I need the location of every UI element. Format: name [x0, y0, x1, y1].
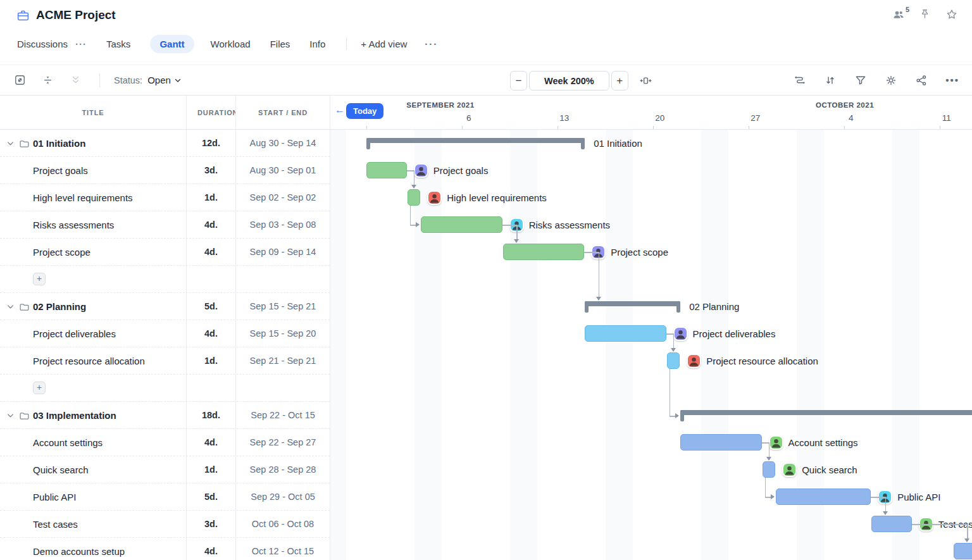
discussions-more-button[interactable]: ···	[75, 39, 87, 49]
chart-body: 01 InitiationProject goalsHigh level req…	[330, 130, 972, 560]
dependency-arrow-icon	[411, 185, 416, 189]
date-range: Aug 30 - Sep 01	[236, 157, 330, 184]
tabs-overflow-button[interactable]: ···	[425, 39, 438, 49]
dependencies-icon[interactable]	[794, 74, 806, 87]
table-row[interactable]: Quick search1d.Sep 28 - Sep 28	[0, 456, 330, 483]
column-header-duration[interactable]: DURATION	[187, 96, 236, 129]
table-row[interactable]: Project deliverables4d.Sep 15 - Sep 20	[0, 320, 330, 347]
assignee-avatar[interactable]	[782, 463, 797, 477]
more-actions-button[interactable]: •••	[945, 74, 959, 87]
task-title: Account settings	[33, 437, 103, 448]
add-view-button[interactable]: + Add view	[361, 39, 407, 49]
assignee-avatar[interactable]	[673, 327, 688, 341]
table-row[interactable]: Risks assessments4d.Sep 03 - Sep 08	[0, 211, 330, 239]
date-range: Sep 28 - Sep 28	[236, 456, 330, 483]
month-label: SEPTEMBER 2021	[406, 101, 474, 109]
zoom-in-button[interactable]: +	[611, 71, 628, 90]
gantt-bar[interactable]	[680, 434, 761, 451]
summary-bar[interactable]	[366, 138, 585, 143]
duration-value: 1d.	[187, 347, 236, 374]
gantt-bar[interactable]	[408, 189, 421, 206]
scroll-to-today-arrow[interactable]: ←	[335, 104, 345, 116]
tab-workload[interactable]: Workload	[211, 39, 251, 49]
table-row[interactable]: Test cases3d.Oct 06 - Oct 08	[0, 511, 330, 538]
table-row[interactable]: Project resource allocation1d.Sep 21 - S…	[0, 347, 330, 375]
title-cell: High level requirements	[0, 184, 187, 211]
fullscreen-icon[interactable]	[14, 74, 26, 86]
gantt-bar[interactable]	[954, 543, 972, 559]
task-label: High level requirements	[447, 192, 547, 203]
gantt-bar[interactable]	[503, 244, 584, 260]
today-button[interactable]: Today	[346, 103, 383, 119]
assignee-avatar[interactable]	[414, 163, 428, 178]
table-row[interactable]: Project goals3d.Aug 30 - Sep 01	[0, 157, 330, 184]
week-label: 6	[466, 113, 471, 123]
add-task-row[interactable]: +	[0, 375, 330, 402]
summary-bar[interactable]	[585, 301, 680, 306]
weekend-stripe	[701, 130, 728, 560]
week-label: 13	[559, 113, 569, 123]
table-row[interactable]: High level requirements1d.Sep 02 - Sep 0…	[0, 184, 330, 211]
settings-gear-icon[interactable]	[885, 74, 897, 87]
table-row[interactable]: 01 Initiation12d.Aug 30 - Sep 14	[0, 130, 330, 157]
gantt-bar[interactable]	[421, 216, 502, 233]
duration-value: 1d.	[187, 456, 236, 483]
gantt-chart: ← Today SEPTEMBER 2021OCTOBER 2021613202…	[330, 96, 972, 560]
status-dropdown[interactable]: Open	[147, 75, 182, 85]
dependency-arrow-icon	[514, 239, 519, 243]
tab-files[interactable]: Files	[270, 39, 290, 49]
table-row[interactable]: Project scope4d.Sep 09 - Sep 14	[0, 239, 330, 266]
zoom-out-button[interactable]: −	[510, 71, 527, 90]
pin-icon[interactable]	[919, 8, 932, 21]
chevron-down-icon[interactable]	[6, 302, 15, 311]
fit-to-screen-icon[interactable]	[639, 74, 652, 87]
table-row[interactable]: Demo accounts setup4d.Oct 12 - Oct 15	[0, 538, 330, 560]
add-task-button[interactable]: +	[33, 273, 46, 285]
zoom-level-display[interactable]: Week 200%	[529, 71, 609, 90]
table-row[interactable]: 03 Implementation18d.Sep 22 - Oct 15	[0, 402, 330, 429]
column-header-start-end[interactable]: START / END	[236, 96, 330, 129]
sort-icon[interactable]	[824, 74, 837, 87]
assignee-avatar[interactable]	[769, 435, 783, 450]
assignee-avatar[interactable]	[427, 190, 442, 205]
star-icon[interactable]	[945, 8, 958, 21]
add-task-row[interactable]: +	[0, 266, 330, 293]
dependency-arrow-icon	[675, 413, 679, 418]
table-row[interactable]: 02 Planning5d.Sep 15 - Sep 21	[0, 293, 330, 320]
title-cell: +	[0, 375, 187, 401]
week-tick	[844, 126, 845, 129]
member-count-badge: 5	[906, 6, 909, 13]
page-title: ACME Project	[36, 8, 116, 22]
gantt-bar[interactable]	[366, 162, 407, 178]
summary-bar[interactable]	[680, 410, 972, 415]
task-title: 01 Initiation	[33, 138, 85, 149]
duration-value: 4d.	[187, 211, 236, 238]
gantt-bar[interactable]	[871, 516, 912, 532]
add-task-button[interactable]: +	[33, 382, 46, 394]
expand-all-icon[interactable]	[70, 74, 82, 86]
chevron-down-icon[interactable]	[6, 139, 15, 147]
table-row[interactable]: Public API5d.Sep 29 - Oct 05	[0, 483, 330, 511]
gantt-bar[interactable]	[776, 488, 871, 505]
tab-tasks[interactable]: Tasks	[106, 39, 130, 49]
gantt-bar[interactable]	[667, 352, 680, 369]
members-icon[interactable]: 5	[892, 8, 905, 21]
gantt-toolbar: Status: Open − Week 200% + •••	[0, 65, 972, 96]
gantt-bar[interactable]	[585, 325, 666, 342]
task-title: Project scope	[33, 247, 90, 258]
tab-info[interactable]: Info	[309, 39, 325, 49]
tab-discussions[interactable]: Discussions	[17, 39, 68, 49]
gantt-bar[interactable]	[763, 461, 776, 478]
title-cell: Demo accounts setup	[0, 538, 187, 560]
filter-icon[interactable]	[854, 74, 867, 87]
column-header-title[interactable]: TITLE	[0, 96, 187, 129]
tab-gantt[interactable]: Gantt	[150, 35, 194, 53]
dependency-line	[410, 206, 411, 225]
share-icon[interactable]	[915, 74, 928, 87]
table-row[interactable]: Account settings4d.Sep 22 - Sep 27	[0, 429, 330, 456]
table-header-row: TITLE DURATION START / END	[0, 96, 330, 130]
assignee-avatar[interactable]	[687, 354, 701, 368]
collapse-rows-icon[interactable]	[42, 74, 54, 86]
chevron-down-icon[interactable]	[6, 411, 15, 420]
duration-value: 5d.	[187, 483, 236, 510]
